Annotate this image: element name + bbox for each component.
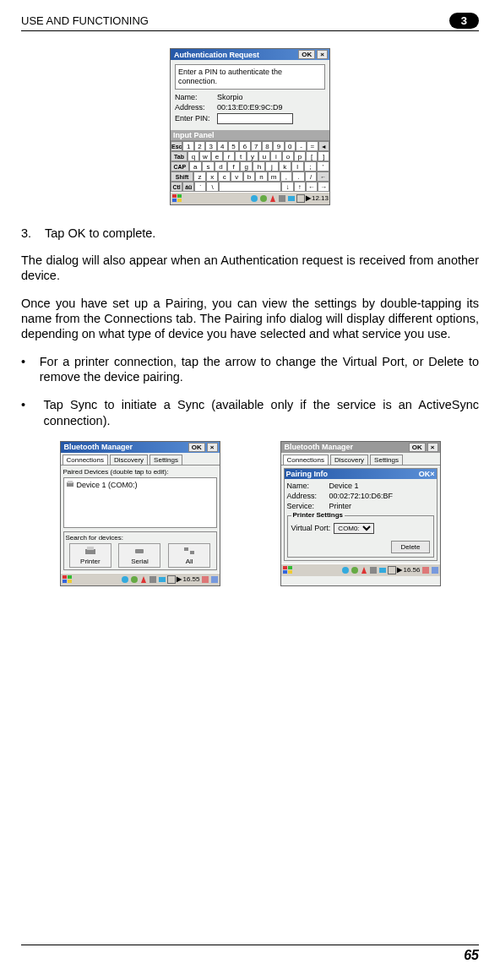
key[interactable]: n	[255, 172, 268, 182]
key-down[interactable]: ↓	[281, 182, 293, 192]
key[interactable]: t	[235, 151, 247, 161]
key[interactable]: p	[294, 151, 306, 161]
tray-icon[interactable]	[259, 194, 268, 203]
key[interactable]: [	[306, 151, 318, 161]
key-backspace[interactable]: ◄	[318, 141, 329, 151]
tray-icon[interactable]	[360, 566, 368, 574]
auth-close-button[interactable]: ×	[317, 50, 328, 59]
key[interactable]: d	[215, 161, 227, 172]
key[interactable]: j	[265, 161, 278, 172]
key[interactable]: .	[292, 172, 305, 182]
tray-icon[interactable]	[278, 194, 286, 203]
key[interactable]: 7	[251, 141, 262, 151]
tray-icon[interactable]	[139, 575, 148, 584]
bt-right-close-button[interactable]: ×	[427, 443, 438, 452]
key[interactable]: m	[268, 172, 280, 182]
tab-discovery[interactable]: Discovery	[110, 455, 148, 465]
key-shift[interactable]: Shift	[171, 172, 193, 182]
key[interactable]: y	[247, 151, 258, 161]
desktop-icon[interactable]	[210, 575, 219, 584]
key-up[interactable]: ↑	[294, 182, 306, 192]
key[interactable]: l	[291, 161, 304, 172]
key-right[interactable]: →	[318, 182, 329, 192]
tab-connections[interactable]: Connections	[62, 455, 108, 465]
device-item[interactable]: Device 1 (COM0:)	[66, 480, 215, 490]
key[interactable]: \	[206, 182, 218, 192]
key[interactable]: ]	[318, 151, 329, 161]
key[interactable]: o	[282, 151, 294, 161]
auth-pin-input[interactable]	[217, 113, 293, 124]
key[interactable]: 4	[217, 141, 228, 151]
key[interactable]: u	[258, 151, 270, 161]
key[interactable]: q	[188, 151, 199, 161]
tray-icon[interactable]	[250, 194, 258, 203]
tab-connections[interactable]: Connections	[283, 455, 329, 465]
key[interactable]: 9	[273, 141, 284, 151]
tray-icon[interactable]	[369, 566, 378, 574]
paired-devices-list[interactable]: Device 1 (COM0:)	[63, 477, 217, 528]
start-icon[interactable]	[171, 193, 183, 204]
key[interactable]: -	[296, 141, 307, 151]
key[interactable]: w	[199, 151, 211, 161]
delete-button[interactable]: Delete	[391, 541, 429, 553]
key-left[interactable]: ←	[306, 182, 318, 192]
key[interactable]: ;	[304, 161, 317, 172]
key[interactable]: h	[253, 161, 265, 172]
key[interactable]: 2	[194, 141, 205, 151]
key[interactable]: z	[193, 172, 206, 182]
tray-icon[interactable]	[149, 575, 157, 584]
start-icon[interactable]	[62, 574, 73, 585]
tray-icon[interactable]	[378, 566, 387, 574]
key[interactable]: c	[218, 172, 231, 182]
key[interactable]: i	[270, 151, 282, 161]
key[interactable]: f	[227, 161, 240, 172]
key[interactable]: 8	[262, 141, 273, 151]
key[interactable]: x	[206, 172, 219, 182]
tab-settings[interactable]: Settings	[370, 455, 403, 465]
key[interactable]: g	[240, 161, 253, 172]
bt-right-ok-button[interactable]: OK	[409, 443, 426, 452]
key-cap[interactable]: CAP	[171, 161, 189, 172]
tray-icon[interactable]	[121, 575, 129, 584]
tray-icon[interactable]	[287, 194, 296, 203]
key[interactable]: '	[317, 161, 329, 172]
key[interactable]: =	[307, 141, 318, 151]
key-intl[interactable]: áü	[182, 182, 194, 192]
key[interactable]: 5	[228, 141, 239, 151]
key[interactable]: s	[202, 161, 215, 172]
tray-icon[interactable]	[130, 575, 139, 584]
bt-left-close-button[interactable]: ×	[207, 443, 218, 452]
key-enter[interactable]: ←	[317, 172, 329, 182]
search-button-printer[interactable]: Printer	[69, 543, 111, 568]
key[interactable]: a	[189, 161, 202, 172]
tray-icon[interactable]	[341, 566, 350, 574]
tab-settings[interactable]: Settings	[149, 455, 182, 465]
key-esc[interactable]: Esc	[171, 141, 182, 151]
key[interactable]: r	[223, 151, 235, 161]
start-icon[interactable]	[282, 565, 294, 575]
tray-icon[interactable]	[269, 194, 277, 203]
key[interactable]: v	[231, 172, 243, 182]
key[interactable]: `	[194, 182, 206, 192]
bt-left-ok-button[interactable]: OK	[188, 443, 205, 452]
key-space[interactable]	[219, 182, 282, 192]
desktop-icon[interactable]	[431, 566, 439, 574]
auth-ok-button[interactable]: OK	[298, 50, 315, 59]
key[interactable]: /	[305, 172, 318, 182]
key[interactable]: 0	[285, 141, 296, 151]
key[interactable]: k	[279, 161, 291, 172]
virtual-port-select[interactable]: COM0:	[334, 523, 374, 534]
key-ctl[interactable]: Ctl	[171, 182, 182, 192]
key[interactable]: b	[243, 172, 256, 182]
tray-icon[interactable]	[351, 566, 359, 574]
key[interactable]: e	[211, 151, 223, 161]
keyboard-icon[interactable]	[296, 194, 305, 203]
key[interactable]: 6	[239, 141, 250, 151]
search-button-all[interactable]: All	[168, 543, 210, 568]
tray-icon[interactable]	[158, 575, 166, 584]
pairing-close-button[interactable]: ×	[430, 470, 434, 478]
pairing-ok-button[interactable]: OK	[419, 470, 431, 478]
key-tab[interactable]: Tab	[171, 151, 188, 161]
desktop-icon[interactable]	[421, 566, 430, 574]
tab-discovery[interactable]: Discovery	[330, 455, 368, 465]
